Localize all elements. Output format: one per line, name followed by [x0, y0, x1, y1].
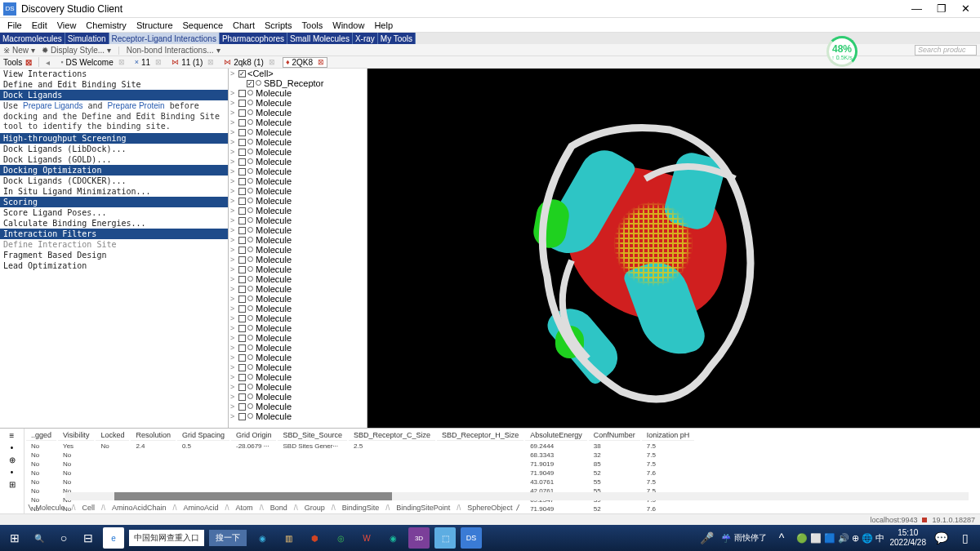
tree-expand-icon[interactable]: >	[230, 295, 237, 303]
start-button[interactable]: ⊞	[5, 528, 24, 548]
tree-row[interactable]: SBD_Receptor	[229, 78, 367, 88]
column-header[interactable]: ConfNumber	[589, 430, 640, 441]
sheet-tab[interactable]: SphereObject	[464, 504, 515, 512]
document-tab[interactable]: ⋈2qk8 (1)⊠	[221, 57, 278, 68]
panel-item[interactable]: Dock Ligands (GOLD)...	[0, 154, 228, 165]
tree-expand-icon[interactable]: >	[230, 344, 237, 352]
column-header[interactable]: AbsoluteEnergy	[525, 430, 587, 441]
table-row[interactable]: NoNo71.9019857.5	[26, 460, 694, 468]
weather-widget[interactable]: ☔ 雨快停了	[721, 532, 767, 544]
tree-expand-icon[interactable]: >	[230, 412, 237, 420]
taskbar-search-text[interactable]: 中国知网查重入口	[129, 530, 204, 546]
column-header[interactable]: SBD_Receptor_H_Size	[437, 430, 523, 441]
data-sheet-tabs[interactable]: \ Molecule /\ Cell /\ AminoAcidChain /\ …	[24, 502, 980, 513]
tree-expand-icon[interactable]: >	[230, 402, 237, 411]
column-header[interactable]: Grid Spacing	[177, 430, 229, 441]
office-icon[interactable]: ⬢	[304, 527, 325, 549]
tree-checkbox[interactable]	[238, 70, 246, 78]
ie-icon[interactable]: e	[103, 527, 124, 549]
tree-row[interactable]: >Molecule	[229, 402, 367, 411]
cortana-icon[interactable]: ○	[54, 528, 74, 548]
tree-row[interactable]: >Molecule	[229, 225, 367, 235]
tree-row[interactable]: >Molecule	[229, 186, 367, 196]
tree-row[interactable]: >Molecule	[229, 372, 367, 382]
tree-checkbox[interactable]	[238, 403, 246, 411]
tree-row[interactable]: >Molecule	[229, 157, 367, 167]
menu-window[interactable]: Window	[328, 20, 368, 30]
table-row[interactable]: NoNo68.3343327.5	[26, 451, 694, 459]
tree-checkbox[interactable]	[238, 393, 246, 401]
menu-help[interactable]: Help	[370, 20, 397, 30]
sheet-tab[interactable]: Molecule	[32, 504, 68, 512]
table-row[interactable]: NoYesNo2.40.5-28.0679 ···SBD Sites Gener…	[26, 442, 694, 450]
tree-expand-icon[interactable]: >	[230, 304, 237, 313]
tree-checkbox[interactable]	[238, 344, 246, 352]
tree-expand-icon[interactable]: >	[230, 69, 237, 78]
menu-chart[interactable]: Chart	[229, 20, 259, 30]
tree-expand-icon[interactable]: >	[230, 118, 237, 127]
horizontal-scrollbar[interactable]	[65, 492, 969, 500]
tree-checkbox[interactable]	[238, 100, 246, 107]
column-header[interactable]: Visibility	[58, 430, 94, 441]
column-header[interactable]: Locked	[96, 430, 129, 441]
show-desktop[interactable]: ▯	[956, 528, 975, 548]
tree-row[interactable]: >Molecule	[229, 323, 367, 333]
chrome-icon[interactable]: ◎	[330, 527, 351, 549]
sheet-tab[interactable]: AminoAcidChain	[109, 504, 170, 512]
tree-checkbox[interactable]	[238, 276, 246, 283]
tree-expand-icon[interactable]: >	[230, 207, 237, 215]
menu-file[interactable]: File	[3, 20, 26, 30]
tree-expand-icon[interactable]: >	[230, 393, 237, 401]
tray-expand-icon[interactable]: ^	[772, 528, 791, 548]
tree-expand-icon[interactable]: >	[230, 373, 237, 381]
tree-expand-icon[interactable]: >	[230, 148, 237, 156]
tree-checkbox[interactable]	[238, 227, 246, 234]
tree-expand-icon[interactable]: >	[230, 128, 237, 136]
minimize-button[interactable]: —	[911, 2, 922, 15]
tree-checkbox[interactable]	[238, 109, 246, 117]
tree-expand-icon[interactable]: >	[230, 197, 237, 205]
tree-expand-icon[interactable]: >	[230, 158, 237, 166]
tree-row[interactable]: >Molecule	[229, 206, 367, 216]
document-tab[interactable]: ▪DS Welcome⊠	[58, 57, 127, 68]
ribbon-tab[interactable]: X-ray	[353, 33, 378, 44]
sheet-tab[interactable]: AminoAcid	[180, 504, 222, 512]
mic-icon[interactable]: 🎤	[697, 528, 716, 548]
sheet-tab[interactable]: Bond	[267, 504, 291, 512]
tree-checkbox[interactable]	[238, 178, 246, 185]
wps-icon[interactable]: W	[356, 527, 377, 549]
windows-taskbar[interactable]: ⊞ 🔍 ○ ⊟ e 中国知网查重入口 搜一下 ◉ ▥ ⬢ ◎ W ◉ 3D ⬚ …	[0, 525, 980, 551]
menu-scripts[interactable]: Scripts	[261, 20, 296, 30]
tree-row[interactable]: >Molecule	[229, 167, 367, 176]
tree-row[interactable]: >Molecule	[229, 147, 367, 157]
new-button[interactable]: ※New ▾	[3, 46, 35, 55]
tree-row[interactable]: >Molecule	[229, 216, 367, 225]
tree-row[interactable]: >Molecule	[229, 274, 367, 284]
menu-chemistry[interactable]: Chemistry	[82, 20, 131, 30]
tree-row[interactable]: >Molecule	[229, 98, 367, 108]
tree-expand-icon[interactable]: >	[230, 256, 237, 264]
tree-expand-icon[interactable]: >	[230, 324, 237, 332]
menu-sequence[interactable]: Sequence	[179, 20, 228, 30]
panel-item[interactable]: Score Ligand Poses...	[0, 207, 228, 218]
notifications-icon[interactable]: 💬	[931, 528, 951, 548]
tree-checkbox[interactable]	[238, 149, 246, 156]
column-header[interactable]: Ionization pH	[642, 430, 695, 441]
document-tab[interactable]: ♦2QK8⊠	[283, 57, 327, 68]
tree-expand-icon[interactable]: >	[230, 383, 237, 391]
tree-row[interactable]: >Molecule	[229, 176, 367, 186]
panel-item[interactable]: Dock Ligands (LibDock)...	[0, 144, 228, 154]
tree-expand-icon[interactable]: >	[230, 353, 237, 362]
menu-edit[interactable]: Edit	[28, 20, 51, 30]
tree-expand-icon[interactable]: >	[230, 334, 237, 342]
panel-item[interactable]: Define and Edit Binding Site	[0, 79, 228, 90]
tree-row[interactable]: >Molecule	[229, 137, 367, 147]
menu-structure[interactable]: Structure	[132, 20, 177, 30]
app-icon-green[interactable]: ◉	[382, 527, 403, 549]
tree-checkbox[interactable]	[238, 158, 246, 166]
tree-expand-icon[interactable]: >	[230, 314, 237, 322]
tree-row[interactable]: >Molecule	[229, 313, 367, 323]
tree-row[interactable]: >Molecule	[229, 284, 367, 294]
tree-row[interactable]: >Molecule	[229, 127, 367, 137]
tree-checkbox[interactable]	[238, 90, 246, 97]
